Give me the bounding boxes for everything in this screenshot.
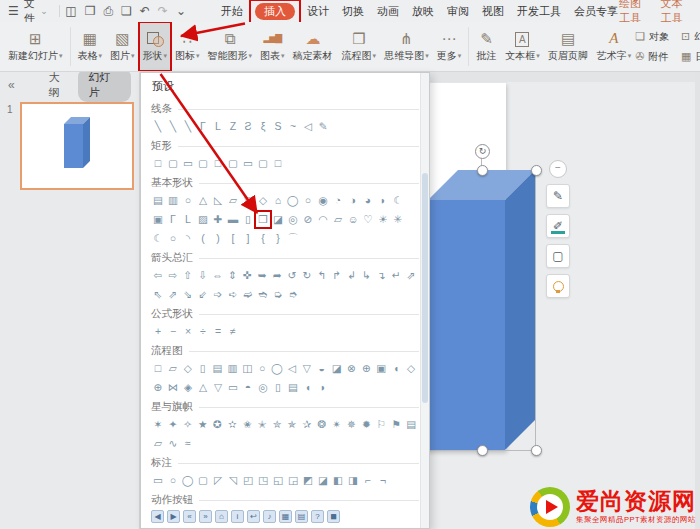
- shape-icon[interactable]: △: [196, 380, 210, 395]
- slide-thumbnail[interactable]: [20, 102, 134, 190]
- shape-icon[interactable]: ◈: [181, 380, 195, 395]
- resize-handle-bottom[interactable]: [477, 445, 488, 456]
- shape-icon[interactable]: ÷: [196, 324, 210, 339]
- file-menu-caret-icon[interactable]: ⌄: [40, 6, 48, 16]
- shape-icon[interactable]: ▣: [374, 361, 388, 376]
- shape-icon[interactable]: }: [271, 231, 285, 246]
- shape-icon[interactable]: Γ: [166, 212, 180, 227]
- shape-icon[interactable]: ▢: [166, 156, 180, 171]
- shape-icon[interactable]: ⌂: [215, 510, 228, 523]
- shape-icon[interactable]: ➫: [241, 287, 255, 302]
- shape-icon[interactable]: ➩: [211, 287, 225, 302]
- attachment-button[interactable]: ✇附件: [635, 48, 669, 66]
- shape-icon[interactable]: ○: [166, 231, 180, 246]
- menu-tab[interactable]: 开发工具: [516, 3, 562, 20]
- shape-icon[interactable]: ✜: [240, 268, 254, 283]
- shape-icon[interactable]: ⚐: [374, 417, 388, 432]
- share-icon[interactable]: ❐: [85, 4, 96, 18]
- shape-icon[interactable]: ○: [255, 361, 269, 376]
- shape-icon[interactable]: ◕: [361, 193, 375, 208]
- shape-icon[interactable]: ◎: [256, 380, 270, 395]
- print-preview-icon[interactable]: ❏: [121, 4, 132, 18]
- shape-icon[interactable]: ▱: [151, 436, 165, 451]
- shape-icon[interactable]: △: [196, 193, 210, 208]
- edit-style-icon[interactable]: ✎: [546, 184, 570, 208]
- canvas-scrollbar[interactable]: [695, 72, 700, 529]
- shape-icon[interactable]: »: [199, 510, 212, 523]
- shape-icon[interactable]: ✚: [211, 212, 225, 227]
- shape-icon[interactable]: ▨: [196, 212, 210, 227]
- shape-icon[interactable]: ▱: [166, 361, 180, 376]
- shape-icon[interactable]: ⌂: [271, 193, 285, 208]
- shape-icon[interactable]: ◓: [241, 380, 255, 395]
- rotation-handle[interactable]: ↻: [475, 144, 490, 159]
- shape-icon[interactable]: ): [211, 231, 225, 246]
- shape-icon[interactable]: ≈: [181, 436, 195, 451]
- shape-icon[interactable]: ▬: [226, 212, 240, 227]
- shape-icon[interactable]: ⇗: [166, 287, 180, 302]
- shape-icon[interactable]: ◪: [316, 473, 330, 488]
- shape-icon[interactable]: L: [211, 119, 225, 134]
- more-button[interactable]: ⋯ 更多▾: [433, 22, 466, 71]
- shape-icon[interactable]: ◔: [331, 193, 345, 208]
- cube-shape-icon-highlighted[interactable]: ❒: [256, 212, 270, 227]
- resize-handle-top[interactable]: [477, 165, 488, 176]
- shape-icon[interactable]: ↺: [285, 268, 299, 283]
- shape-icon[interactable]: ★: [196, 417, 210, 432]
- shape-icon[interactable]: ♪: [263, 510, 276, 523]
- shape-icon[interactable]: ➦: [270, 268, 284, 283]
- save-icon[interactable]: ◫: [65, 4, 76, 18]
- collapse-panel-icon[interactable]: «: [8, 78, 15, 92]
- shape-icon[interactable]: «: [183, 510, 196, 523]
- shape-icon[interactable]: ⌒: [286, 231, 300, 246]
- shape-icon[interactable]: □: [151, 156, 165, 171]
- shape-icon[interactable]: ☾: [151, 231, 165, 246]
- shape-icon[interactable]: ▽: [241, 193, 255, 208]
- idea-lightbulb-icon[interactable]: [546, 274, 570, 298]
- shape-icon[interactable]: ?: [311, 510, 324, 523]
- shape-icon[interactable]: ✵: [345, 417, 359, 432]
- menu-tab[interactable]: 开始: [220, 3, 244, 20]
- shape-icon[interactable]: ▽: [211, 380, 225, 395]
- shape-icon[interactable]: ⊗: [345, 361, 359, 376]
- shape-icon[interactable]: ▶: [167, 510, 180, 523]
- shape-icon[interactable]: ⇙: [196, 287, 210, 302]
- slide-number-button[interactable]: ⊡幻灯片编号: [681, 28, 700, 46]
- fill-color-icon[interactable]: ✐: [546, 214, 570, 238]
- shape-icon[interactable]: ⇔: [211, 268, 225, 283]
- ribbon-button[interactable]: [70, 27, 71, 66]
- ribbon-button[interactable]: [468, 27, 469, 66]
- shape-icon[interactable]: ]: [241, 231, 255, 246]
- object-button[interactable]: ❏对象: [635, 28, 669, 46]
- menu-tab[interactable]: 放映: [411, 3, 435, 20]
- shape-icon[interactable]: ◱: [271, 473, 285, 488]
- shape-icon[interactable]: ▢: [196, 156, 210, 171]
- tab-outline[interactable]: 大纲: [49, 70, 71, 100]
- shape-icon[interactable]: ◪: [330, 361, 344, 376]
- shape-icon[interactable]: ➥: [255, 268, 269, 283]
- shape-icon[interactable]: ◫: [240, 361, 254, 376]
- shape-icon[interactable]: ◯: [270, 361, 284, 376]
- shape-icon[interactable]: −: [166, 324, 180, 339]
- outline-color-icon[interactable]: ▢: [546, 244, 570, 268]
- shape-icon[interactable]: ◎: [286, 212, 300, 227]
- shape-icon[interactable]: ⇩: [196, 268, 210, 283]
- shape-icon[interactable]: ⊘: [301, 212, 315, 227]
- shape-icon[interactable]: ×: [181, 324, 195, 339]
- shape-icon[interactable]: ▭: [241, 156, 255, 171]
- shape-icon[interactable]: ◳: [256, 473, 270, 488]
- shape-icon[interactable]: ◼: [327, 510, 340, 523]
- tab-insert[interactable]: 插入: [255, 3, 295, 20]
- shape-icon[interactable]: ✧: [181, 417, 195, 432]
- shape-icon[interactable]: ∿: [166, 436, 180, 451]
- shape-icon[interactable]: ↵: [389, 268, 403, 283]
- shape-icon[interactable]: ◉: [316, 193, 330, 208]
- shape-icon[interactable]: ⇘: [181, 287, 195, 302]
- shape-icon[interactable]: □: [211, 156, 225, 171]
- resize-handle-top-right[interactable]: [531, 165, 542, 176]
- tab-slides[interactable]: 幻灯片: [78, 68, 131, 102]
- shape-icon[interactable]: ▯: [196, 361, 210, 376]
- shape-icon[interactable]: ▭: [226, 380, 240, 395]
- new-slide-button[interactable]: ⊞ 新建幻灯片▾: [4, 22, 67, 71]
- shape-icon[interactable]: ▭: [151, 473, 165, 488]
